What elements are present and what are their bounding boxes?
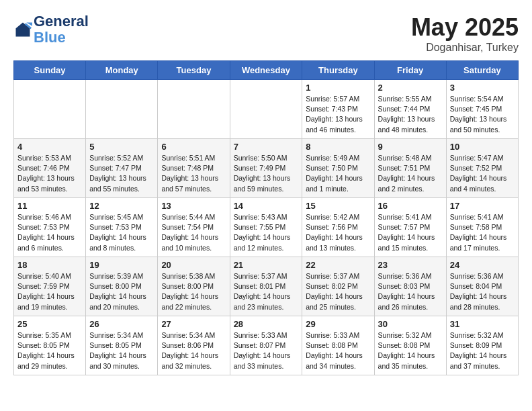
day-info: Sunrise: 5:44 AMSunset: 7:54 PMDaylight:…	[161, 212, 226, 253]
sub-title: Doganhisar, Turkey	[411, 42, 519, 54]
calendar-table: SundayMondayTuesdayWednesdayThursdayFrid…	[13, 60, 519, 375]
calendar-cell: 16Sunrise: 5:41 AMSunset: 7:57 PMDayligh…	[374, 198, 446, 257]
main-title: May 2025	[411, 13, 519, 42]
day-number: 19	[89, 260, 154, 270]
day-number: 31	[450, 319, 515, 329]
day-info: Sunrise: 5:40 AMSunset: 7:59 PMDaylight:…	[17, 271, 82, 312]
calendar-header-row: SundayMondayTuesdayWednesdayThursdayFrid…	[14, 61, 519, 80]
day-number: 2	[378, 83, 443, 93]
calendar-cell	[14, 80, 86, 139]
day-info: Sunrise: 5:47 AMSunset: 7:52 PMDaylight:…	[450, 153, 515, 194]
day-of-week-header: Friday	[374, 61, 446, 80]
calendar-cell: 27Sunrise: 5:34 AMSunset: 8:06 PMDayligh…	[158, 316, 230, 375]
day-number: 1	[306, 83, 370, 93]
calendar-cell: 8Sunrise: 5:49 AMSunset: 7:50 PMDaylight…	[302, 139, 374, 198]
day-info: Sunrise: 5:33 AMSunset: 8:07 PMDaylight:…	[234, 330, 299, 371]
calendar-cell: 5Sunrise: 5:52 AMSunset: 7:47 PMDaylight…	[86, 139, 158, 198]
calendar-cell	[86, 80, 158, 139]
day-number: 29	[306, 319, 370, 329]
day-info: Sunrise: 5:55 AMSunset: 7:44 PMDaylight:…	[378, 94, 443, 135]
day-number: 14	[234, 201, 299, 211]
day-number: 12	[89, 201, 154, 211]
calendar-cell: 15Sunrise: 5:42 AMSunset: 7:56 PMDayligh…	[302, 198, 374, 257]
day-info: Sunrise: 5:32 AMSunset: 8:08 PMDaylight:…	[378, 330, 443, 371]
day-info: Sunrise: 5:35 AMSunset: 8:05 PMDaylight:…	[17, 330, 82, 371]
calendar-cell: 18Sunrise: 5:40 AMSunset: 7:59 PMDayligh…	[14, 257, 86, 316]
calendar-cell: 3Sunrise: 5:54 AMSunset: 7:45 PMDaylight…	[446, 80, 518, 139]
day-number: 22	[306, 260, 370, 270]
title-block: May 2025 Doganhisar, Turkey	[411, 13, 519, 54]
calendar-cell: 9Sunrise: 5:48 AMSunset: 7:51 PMDaylight…	[374, 139, 446, 198]
day-number: 3	[450, 83, 515, 93]
day-info: Sunrise: 5:48 AMSunset: 7:51 PMDaylight:…	[378, 153, 443, 194]
day-number: 28	[234, 319, 299, 329]
day-number: 7	[234, 142, 299, 152]
day-number: 6	[161, 142, 226, 152]
day-number: 15	[306, 201, 370, 211]
day-info: Sunrise: 5:52 AMSunset: 7:47 PMDaylight:…	[89, 153, 154, 194]
day-info: Sunrise: 5:34 AMSunset: 8:06 PMDaylight:…	[161, 330, 226, 371]
day-info: Sunrise: 5:57 AMSunset: 7:43 PMDaylight:…	[306, 94, 370, 135]
day-number: 27	[161, 319, 226, 329]
calendar-cell: 28Sunrise: 5:33 AMSunset: 8:07 PMDayligh…	[230, 316, 302, 375]
calendar-cell: 30Sunrise: 5:32 AMSunset: 8:08 PMDayligh…	[374, 316, 446, 375]
day-of-week-header: Sunday	[14, 61, 86, 80]
day-info: Sunrise: 5:36 AMSunset: 8:04 PMDaylight:…	[450, 271, 515, 312]
day-number: 24	[450, 260, 515, 270]
day-of-week-header: Wednesday	[230, 61, 302, 80]
day-info: Sunrise: 5:51 AMSunset: 7:48 PMDaylight:…	[161, 153, 226, 194]
day-of-week-header: Tuesday	[158, 61, 230, 80]
calendar-cell: 20Sunrise: 5:38 AMSunset: 8:00 PMDayligh…	[158, 257, 230, 316]
logo-icon	[13, 20, 32, 39]
day-number: 26	[89, 319, 154, 329]
day-number: 11	[17, 201, 82, 211]
calendar-cell: 10Sunrise: 5:47 AMSunset: 7:52 PMDayligh…	[446, 139, 518, 198]
calendar-cell: 26Sunrise: 5:34 AMSunset: 8:05 PMDayligh…	[86, 316, 158, 375]
calendar-cell: 22Sunrise: 5:37 AMSunset: 8:02 PMDayligh…	[302, 257, 374, 316]
calendar-cell: 17Sunrise: 5:41 AMSunset: 7:58 PMDayligh…	[446, 198, 518, 257]
calendar-week-row: 11Sunrise: 5:46 AMSunset: 7:53 PMDayligh…	[14, 198, 519, 257]
day-number: 13	[161, 201, 226, 211]
calendar-cell: 7Sunrise: 5:50 AMSunset: 7:49 PMDaylight…	[230, 139, 302, 198]
calendar-week-row: 4Sunrise: 5:53 AMSunset: 7:46 PMDaylight…	[14, 139, 519, 198]
day-number: 8	[306, 142, 370, 152]
calendar-cell: 13Sunrise: 5:44 AMSunset: 7:54 PMDayligh…	[158, 198, 230, 257]
calendar-cell: 29Sunrise: 5:33 AMSunset: 8:08 PMDayligh…	[302, 316, 374, 375]
day-info: Sunrise: 5:34 AMSunset: 8:05 PMDaylight:…	[89, 330, 154, 371]
calendar-week-row: 18Sunrise: 5:40 AMSunset: 7:59 PMDayligh…	[14, 257, 519, 316]
day-info: Sunrise: 5:45 AMSunset: 7:53 PMDaylight:…	[89, 212, 154, 253]
calendar-cell: 19Sunrise: 5:39 AMSunset: 8:00 PMDayligh…	[86, 257, 158, 316]
day-info: Sunrise: 5:41 AMSunset: 7:57 PMDaylight:…	[378, 212, 443, 253]
calendar-cell: 21Sunrise: 5:37 AMSunset: 8:01 PMDayligh…	[230, 257, 302, 316]
day-info: Sunrise: 5:41 AMSunset: 7:58 PMDaylight:…	[450, 212, 515, 253]
day-info: Sunrise: 5:53 AMSunset: 7:46 PMDaylight:…	[17, 153, 82, 194]
day-number: 18	[17, 260, 82, 270]
day-info: Sunrise: 5:46 AMSunset: 7:53 PMDaylight:…	[17, 212, 82, 253]
day-info: Sunrise: 5:37 AMSunset: 8:02 PMDaylight:…	[306, 271, 370, 312]
calendar-cell: 12Sunrise: 5:45 AMSunset: 7:53 PMDayligh…	[86, 198, 158, 257]
page: General Blue May 2025 Doganhisar, Turkey…	[0, 0, 532, 382]
day-of-week-header: Monday	[86, 61, 158, 80]
calendar-cell: 11Sunrise: 5:46 AMSunset: 7:53 PMDayligh…	[14, 198, 86, 257]
calendar-cell: 24Sunrise: 5:36 AMSunset: 8:04 PMDayligh…	[446, 257, 518, 316]
calendar-cell: 25Sunrise: 5:35 AMSunset: 8:05 PMDayligh…	[14, 316, 86, 375]
day-info: Sunrise: 5:37 AMSunset: 8:01 PMDaylight:…	[234, 271, 299, 312]
day-info: Sunrise: 5:39 AMSunset: 8:00 PMDaylight:…	[89, 271, 154, 312]
logo-text: General Blue	[34, 13, 89, 46]
calendar-cell: 6Sunrise: 5:51 AMSunset: 7:48 PMDaylight…	[158, 139, 230, 198]
day-info: Sunrise: 5:38 AMSunset: 8:00 PMDaylight:…	[161, 271, 226, 312]
calendar-cell	[158, 80, 230, 139]
day-number: 16	[378, 201, 443, 211]
day-number: 23	[378, 260, 443, 270]
calendar-week-row: 1Sunrise: 5:57 AMSunset: 7:43 PMDaylight…	[14, 80, 519, 139]
calendar-cell: 31Sunrise: 5:32 AMSunset: 8:09 PMDayligh…	[446, 316, 518, 375]
calendar-week-row: 25Sunrise: 5:35 AMSunset: 8:05 PMDayligh…	[14, 316, 519, 375]
day-of-week-header: Saturday	[446, 61, 518, 80]
day-info: Sunrise: 5:50 AMSunset: 7:49 PMDaylight:…	[234, 153, 299, 194]
header: General Blue May 2025 Doganhisar, Turkey	[13, 13, 519, 54]
day-number: 21	[234, 260, 299, 270]
day-info: Sunrise: 5:36 AMSunset: 8:03 PMDaylight:…	[378, 271, 443, 312]
calendar-cell: 14Sunrise: 5:43 AMSunset: 7:55 PMDayligh…	[230, 198, 302, 257]
day-number: 4	[17, 142, 82, 152]
calendar-cell: 4Sunrise: 5:53 AMSunset: 7:46 PMDaylight…	[14, 139, 86, 198]
